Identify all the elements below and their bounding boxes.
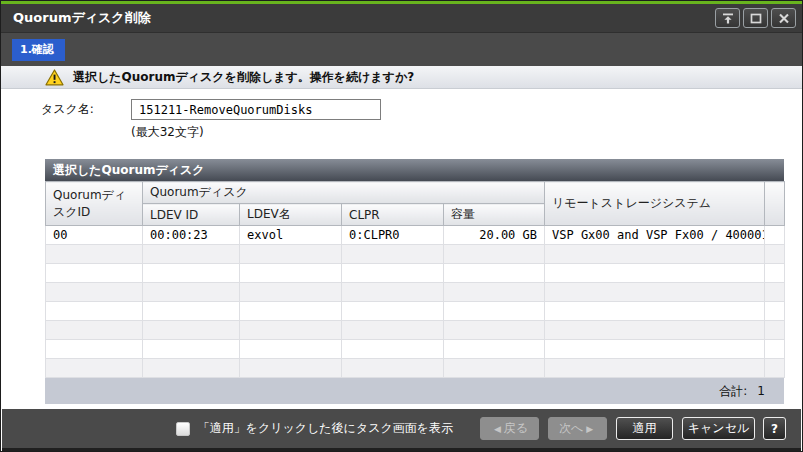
warning-message: 選択したQuorumディスクを削除します。操作を続けますか? [73, 69, 414, 86]
empty-table-row [46, 264, 785, 283]
show-task-screen-checkbox[interactable] [176, 422, 190, 436]
back-button[interactable]: ◀ 戻る [480, 417, 539, 440]
next-button[interactable]: 次へ ▶ [548, 417, 607, 440]
empty-table-row [46, 302, 785, 321]
cell-spacer [765, 226, 785, 245]
task-section: タスク名: (最大32文字) [1, 89, 802, 148]
column-header-remote-storage: リモートストレージシステム [545, 182, 765, 226]
column-group-header-quorum-disk: Quorumディスク [143, 182, 545, 204]
footer-bar: 「適用」をクリックした後にタスク画面を表示 ◀ 戻る 次へ ▶ 適用 キャンセル… [2, 409, 801, 451]
column-header-quorum-disk-id: QuorumディスクID [46, 182, 143, 226]
maximize-icon [750, 13, 762, 24]
column-header-ldev-name: LDEV名 [240, 204, 342, 226]
help-button-label: ? [771, 422, 778, 436]
arrow-up-to-bar-icon [722, 13, 734, 24]
show-task-screen-label: 「適用」をクリックした後にタスク画面を表示 [198, 420, 453, 437]
apply-button[interactable]: 適用 [616, 417, 673, 440]
table-row: 00 00:00:23 exvol 0:CLPR0 20.00 GB VSP G… [46, 226, 785, 245]
quorum-disk-delete-dialog: Quorumディスク削除 1.確認 選択したQuorumディスクを削除します。 [0, 0, 803, 452]
close-icon [778, 13, 790, 24]
total-value: 1 [757, 384, 765, 398]
total-bar: 合計: 1 [45, 378, 784, 404]
cell-clpr: 0:CLPR0 [342, 226, 444, 245]
task-name-hint: (最大32文字) [131, 124, 802, 141]
dialog-title: Quorumディスク削除 [13, 9, 712, 27]
maximize-button[interactable] [743, 8, 768, 28]
cell-remote-storage: VSP Gx00 and VSP Fx00 / 400001 [545, 226, 765, 245]
empty-table-row [46, 245, 785, 264]
next-button-label: 次へ [559, 420, 583, 437]
selected-quorum-disk-table: 選択したQuorumディスク QuorumディスクID Quorumディスク リ… [45, 159, 784, 404]
cancel-button[interactable]: キャンセル [682, 417, 755, 440]
cell-ldev-name: exvol [240, 226, 342, 245]
back-button-label: 戻る [504, 420, 528, 437]
table-title: 選択したQuorumディスク [45, 159, 784, 181]
step-badge-confirm: 1.確認 [12, 39, 65, 61]
column-header-spacer [765, 182, 785, 226]
total-label: 合計: [719, 383, 747, 400]
column-header-capacity: 容量 [444, 204, 545, 226]
warning-strip: 選択したQuorumディスクを削除します。操作を続けますか? [1, 66, 802, 89]
dialog-titlebar: Quorumディスク削除 [1, 4, 802, 32]
cell-capacity: 20.00 GB [444, 226, 545, 245]
empty-table-row [46, 283, 785, 302]
task-name-label: タスク名: [41, 101, 131, 118]
empty-table-row [46, 321, 785, 340]
cancel-button-label: キャンセル [688, 420, 749, 437]
rollup-button[interactable] [715, 8, 740, 28]
next-arrow-icon: ▶ [586, 424, 593, 434]
task-name-input[interactable] [131, 99, 381, 120]
empty-table-row [46, 359, 785, 378]
help-button[interactable]: ? [763, 417, 786, 440]
close-button[interactable] [771, 8, 796, 28]
column-header-clpr: CLPR [342, 204, 444, 226]
column-header-ldev-id: LDEV ID [143, 204, 240, 226]
apply-button-label: 適用 [633, 420, 657, 437]
empty-table-row [46, 340, 785, 359]
back-arrow-icon: ◀ [494, 424, 501, 434]
cell-ldev-id: 00:00:23 [143, 226, 240, 245]
step-bar: 1.確認 [1, 32, 802, 66]
cell-quorum-disk-id: 00 [46, 226, 143, 245]
warning-icon [45, 69, 64, 86]
